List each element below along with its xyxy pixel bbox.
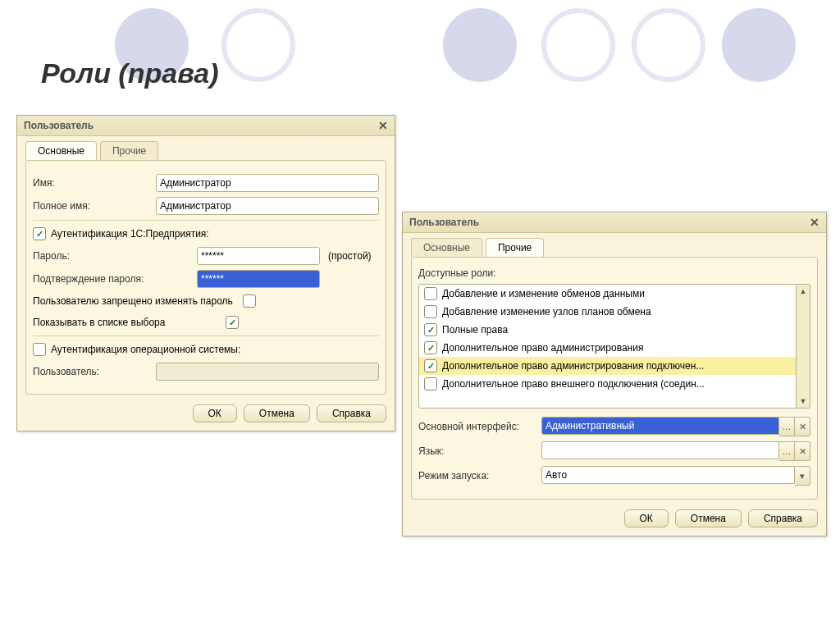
password-field[interactable]	[197, 247, 320, 265]
close-icon[interactable]: ✕	[378, 119, 388, 132]
confirm-field[interactable]	[197, 270, 320, 288]
checkbox-os-auth[interactable]	[33, 343, 46, 356]
window-title: Пользователь	[409, 217, 479, 228]
language-field[interactable]	[541, 441, 779, 459]
scroll-down-icon[interactable]: ▼	[797, 395, 810, 408]
titlebar[interactable]: Пользователь ✕	[17, 116, 395, 136]
role-item[interactable]: Полные права	[419, 321, 796, 339]
help-button[interactable]: Справка	[317, 404, 386, 422]
interface-combo[interactable]: … ✕	[541, 417, 810, 436]
scroll-up-icon[interactable]: ▲	[797, 285, 810, 298]
checkbox-cantchange[interactable]	[243, 294, 256, 308]
user-dialog-other: Пользователь ✕ Основные Прочие Доступные…	[402, 212, 827, 536]
role-checkbox[interactable]	[424, 341, 437, 354]
titlebar[interactable]: Пользователь ✕	[403, 212, 826, 233]
fullname-field[interactable]	[156, 197, 379, 215]
label-os-user: Пользователь:	[33, 366, 156, 377]
chevron-down-icon[interactable]: ▾	[795, 466, 810, 486]
decoration-circle	[722, 8, 796, 82]
role-checkbox[interactable]	[424, 359, 437, 372]
tab-pane-main: Имя: Полное имя: Аутентификация 1С:Предп…	[25, 160, 386, 395]
decoration-circle	[632, 8, 705, 82]
role-checkbox[interactable]	[424, 287, 437, 300]
role-item[interactable]: Добавление и изменение обменов данными	[419, 285, 796, 303]
label-confirm: Подтверждение пароля:	[33, 273, 197, 285]
ok-button[interactable]: ОК	[624, 509, 669, 527]
user-dialog-main: Пользователь ✕ Основные Прочие Имя: Полн…	[16, 115, 395, 431]
window-title: Пользователь	[24, 120, 94, 131]
label-showinlist: Показывать в списке выбора	[33, 317, 165, 328]
role-label: Добавление изменение узлов планов обмена	[442, 306, 651, 317]
label-name: Имя:	[33, 177, 156, 189]
label-interface: Основной интерфейс:	[418, 421, 541, 432]
label-fullname: Полное имя:	[33, 200, 156, 212]
label-cantchange: Пользователю запрещено изменять пароль	[33, 295, 233, 307]
label-os-auth: Аутентификация операционной системы:	[51, 344, 240, 355]
divider	[33, 336, 379, 336]
cancel-button[interactable]: Отмена	[675, 509, 742, 527]
help-button[interactable]: Справка	[748, 509, 818, 527]
role-checkbox[interactable]	[424, 377, 437, 390]
tab-bar: Основные Прочие	[403, 233, 826, 257]
label-auth-1c: Аутентификация 1С:Предприятия:	[51, 228, 209, 240]
os-user-field	[156, 363, 379, 381]
button-row: ОК Отмена Справка	[403, 504, 826, 536]
password-strength: (простой)	[328, 250, 372, 262]
decoration-circle	[221, 8, 295, 82]
role-label: Дополнительное право администрирования	[442, 342, 643, 354]
button-row: ОК Отмена Справка	[17, 399, 395, 431]
clear-icon[interactable]: ✕	[795, 417, 810, 436]
role-label: Дополнительное право внешнего подключени…	[442, 378, 705, 390]
checkbox-auth-1c[interactable]	[33, 227, 46, 240]
decoration-circle	[541, 8, 615, 82]
scrollbar[interactable]: ▲ ▼	[797, 284, 810, 409]
role-item[interactable]: Дополнительное право администрирования п…	[419, 357, 796, 375]
role-item[interactable]: Добавление изменение узлов планов обмена	[419, 303, 796, 321]
role-label: Добавление и изменение обменов данными	[442, 288, 645, 299]
label-startmode: Режим запуска:	[418, 470, 541, 482]
role-checkbox[interactable]	[424, 305, 437, 318]
tab-pane-other: Доступные роли: Добавление и изменение о…	[411, 257, 818, 500]
select-icon[interactable]: …	[779, 417, 795, 436]
roles-list[interactable]: Добавление и изменение обменов даннымиДо…	[418, 284, 797, 409]
language-combo[interactable]: … ✕	[541, 441, 810, 461]
role-label: Дополнительное право администрирования п…	[442, 360, 704, 372]
close-icon[interactable]: ✕	[810, 216, 819, 229]
decoration-circle	[443, 8, 517, 82]
name-field[interactable]	[156, 174, 379, 192]
slide-title: Роли (права)	[41, 57, 218, 89]
label-language: Язык:	[418, 445, 541, 457]
select-icon[interactable]: …	[779, 441, 795, 461]
tab-other[interactable]: Прочие	[486, 238, 544, 257]
ok-button[interactable]: ОК	[193, 404, 237, 422]
clear-icon[interactable]: ✕	[795, 441, 810, 461]
startmode-field[interactable]	[541, 466, 795, 484]
tab-other[interactable]: Прочие	[100, 141, 158, 160]
role-checkbox[interactable]	[424, 323, 437, 336]
divider	[33, 220, 379, 221]
interface-field[interactable]	[541, 417, 779, 435]
tab-main[interactable]: Основные	[411, 238, 482, 257]
tab-bar: Основные Прочие	[17, 136, 395, 160]
startmode-combo[interactable]: ▾	[541, 466, 810, 486]
label-password: Пароль:	[33, 250, 197, 262]
cancel-button[interactable]: Отмена	[244, 404, 310, 422]
checkbox-showinlist[interactable]	[226, 316, 239, 329]
roles-listbox: Добавление и изменение обменов даннымиДо…	[418, 284, 810, 409]
role-item[interactable]: Дополнительное право внешнего подключени…	[419, 375, 796, 393]
tab-main[interactable]: Основные	[25, 141, 97, 160]
label-roles: Доступные роли:	[418, 267, 810, 279]
role-item[interactable]: Дополнительное право администрирования	[419, 339, 796, 357]
role-label: Полные права	[442, 324, 508, 336]
